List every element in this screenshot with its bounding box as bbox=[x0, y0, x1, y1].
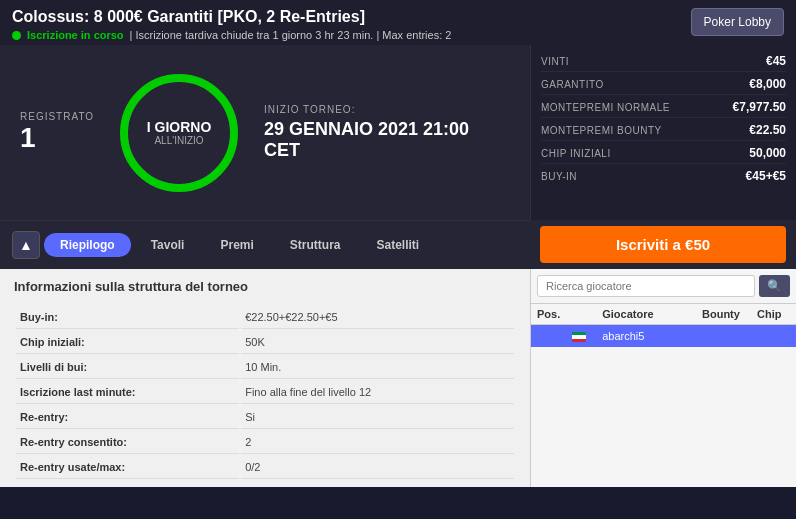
poker-lobby-button[interactable]: Poker Lobby bbox=[691, 8, 784, 36]
circle-inner: I GIORNO ALL'INIZIO bbox=[147, 119, 212, 147]
search-button[interactable]: 🔍 bbox=[759, 275, 790, 297]
tab-riepilogo[interactable]: Riepilogo bbox=[44, 233, 131, 257]
player-row[interactable]: abarchi5 bbox=[531, 325, 796, 348]
registrato-label: REGISTRATO bbox=[20, 111, 94, 122]
table-row: Chip iniziali:50K bbox=[16, 331, 514, 354]
header-status: Iscrizione in corso | Iscrizione tardiva… bbox=[12, 29, 451, 41]
table-row: Iscrizione last minute:Fino alla fine de… bbox=[16, 381, 514, 404]
table-row: Livelli di bui:10 Min. bbox=[16, 356, 514, 379]
tab-struttura[interactable]: Struttura bbox=[274, 233, 357, 257]
inizio-label: INIZIO TORNEO: bbox=[264, 104, 510, 115]
table-row: Costo del re-entry:€22.50+€22.50+€5 bbox=[16, 481, 514, 487]
col-header-flag bbox=[566, 304, 596, 325]
player-chip bbox=[751, 325, 796, 348]
player-table: Pos.GiocatoreBountyChip abarchi5 bbox=[531, 304, 796, 347]
player-name: abarchi5 bbox=[596, 325, 696, 348]
row-value: 2 bbox=[241, 431, 514, 454]
structure-panel: Informazioni sulla struttura del torneo … bbox=[0, 269, 530, 487]
header: Colossus: 8 000€ Garantiti [PKO, 2 Re-En… bbox=[0, 0, 796, 45]
collapse-button[interactable]: ▲ bbox=[12, 231, 40, 259]
page-title: Colossus: 8 000€ Garantiti [PKO, 2 Re-En… bbox=[12, 8, 451, 26]
info-row: MONTEPREMI BOUNTY€22.50 bbox=[541, 120, 786, 141]
flag-icon bbox=[572, 332, 586, 342]
search-bar: 🔍 bbox=[531, 269, 796, 304]
row-label: Buy-in: bbox=[16, 306, 239, 329]
circle-sub-text: ALL'INIZIO bbox=[147, 135, 212, 146]
nav-section: ▲ RiepilogoTavoliPremiStrutturaSatelliti bbox=[0, 220, 530, 269]
info-value: 50,000 bbox=[749, 146, 786, 160]
inizio-block: INIZIO TORNEO: 29 GENNAIO 2021 21:00 CET bbox=[264, 104, 510, 161]
col-header-bounty: Bounty bbox=[696, 304, 751, 325]
info-label: CHIP INIZIALI bbox=[541, 148, 611, 159]
registrato-block: REGISTRATO 1 bbox=[20, 111, 94, 154]
nav-register-wrapper: ▲ RiepilogoTavoliPremiStrutturaSatelliti… bbox=[0, 220, 796, 269]
status-green-text: Iscrizione in corso bbox=[27, 29, 124, 41]
row-label: Livelli di bui: bbox=[16, 356, 239, 379]
progress-circle: I GIORNO ALL'INIZIO bbox=[114, 68, 244, 198]
structure-title: Informazioni sulla struttura del torneo bbox=[14, 279, 516, 294]
players-panel: 🔍 Pos.GiocatoreBountyChip abarchi5 bbox=[530, 269, 796, 487]
inizio-date: 29 GENNAIO 2021 21:00 CET bbox=[264, 119, 510, 161]
info-label: BUY-IN bbox=[541, 171, 577, 182]
status-info-text: | Iscrizione tardiva chiude tra 1 giorno… bbox=[130, 29, 452, 41]
row-value: €22.50+€22.50+€5 bbox=[241, 481, 514, 487]
row-value: 50K bbox=[241, 331, 514, 354]
table-row: Re-entry:Si bbox=[16, 406, 514, 429]
row-value: 10 Min. bbox=[241, 356, 514, 379]
info-value: €7,977.50 bbox=[733, 100, 786, 114]
top-right-panel: VINTI€45GARANTITO€8,000MONTEPREMI NORMAL… bbox=[530, 45, 796, 220]
top-left-panel: REGISTRATO 1 I GIORNO ALL'INIZIO INIZIO … bbox=[0, 45, 530, 220]
info-value: €22.50 bbox=[749, 123, 786, 137]
row-label: Re-entry: bbox=[16, 406, 239, 429]
table-row: Re-entry usate/max:0/2 bbox=[16, 456, 514, 479]
tab-satelliti[interactable]: Satelliti bbox=[361, 233, 436, 257]
info-row: BUY-IN€45+€5 bbox=[541, 166, 786, 186]
row-label: Costo del re-entry: bbox=[16, 481, 239, 487]
info-value: €45 bbox=[766, 54, 786, 68]
info-value: €45+€5 bbox=[746, 169, 786, 183]
structure-table: Buy-in:€22.50+€22.50+€5Chip iniziali:50K… bbox=[14, 304, 516, 487]
info-row: VINTI€45 bbox=[541, 51, 786, 72]
search-input[interactable] bbox=[537, 275, 755, 297]
row-value: Si bbox=[241, 406, 514, 429]
tab-premi[interactable]: Premi bbox=[204, 233, 269, 257]
registrato-value: 1 bbox=[20, 122, 36, 154]
register-section: Iscriviti a €50 bbox=[530, 220, 796, 269]
row-label: Iscrizione last minute: bbox=[16, 381, 239, 404]
info-label: GARANTITO bbox=[541, 79, 604, 90]
top-section: REGISTRATO 1 I GIORNO ALL'INIZIO INIZIO … bbox=[0, 45, 796, 220]
row-label: Re-entry consentito: bbox=[16, 431, 239, 454]
circle-main-text: I GIORNO bbox=[147, 119, 212, 136]
info-value: €8,000 bbox=[749, 77, 786, 91]
info-label: VINTI bbox=[541, 56, 569, 67]
info-row: GARANTITO€8,000 bbox=[541, 74, 786, 95]
table-row: Re-entry consentito:2 bbox=[16, 431, 514, 454]
col-header-pos: Pos. bbox=[531, 304, 566, 325]
row-value: €22.50+€22.50+€5 bbox=[241, 306, 514, 329]
row-label: Chip iniziali: bbox=[16, 331, 239, 354]
info-row: CHIP INIZIALI50,000 bbox=[541, 143, 786, 164]
tab-tavoli[interactable]: Tavoli bbox=[135, 233, 201, 257]
bottom-section: Informazioni sulla struttura del torneo … bbox=[0, 269, 796, 487]
player-flag bbox=[566, 325, 596, 348]
row-value: Fino alla fine del livello 12 bbox=[241, 381, 514, 404]
info-label: MONTEPREMI NORMALE bbox=[541, 102, 670, 113]
col-header-player: Giocatore bbox=[596, 304, 696, 325]
row-label: Re-entry usate/max: bbox=[16, 456, 239, 479]
row-value: 0/2 bbox=[241, 456, 514, 479]
table-row: Buy-in:€22.50+€22.50+€5 bbox=[16, 306, 514, 329]
info-row: MONTEPREMI NORMALE€7,977.50 bbox=[541, 97, 786, 118]
header-left: Colossus: 8 000€ Garantiti [PKO, 2 Re-En… bbox=[12, 8, 451, 41]
register-button[interactable]: Iscriviti a €50 bbox=[540, 226, 786, 263]
status-dot bbox=[12, 31, 21, 40]
player-pos bbox=[531, 325, 566, 348]
col-header-chip: Chip bbox=[751, 304, 796, 325]
player-bounty bbox=[696, 325, 751, 348]
info-label: MONTEPREMI BOUNTY bbox=[541, 125, 662, 136]
